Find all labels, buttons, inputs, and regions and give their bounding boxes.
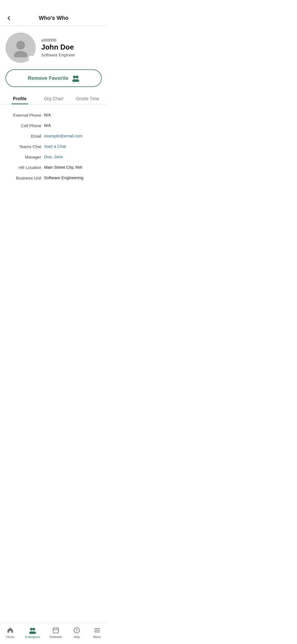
business-unit-label: Business Unit: [6, 175, 41, 180]
teams-chat-label: Teams Chat: [6, 144, 41, 149]
svg-point-2: [73, 75, 76, 78]
hr-location-label: HR Location: [6, 165, 41, 170]
remove-favorite-button[interactable]: Remove Favorite: [6, 69, 102, 87]
hr-location-value: Main Street City, NW: [44, 165, 102, 170]
svg-point-3: [76, 75, 79, 78]
tab-org-chart[interactable]: Org Chart: [37, 92, 70, 104]
svg-point-1: [14, 51, 28, 57]
manager-label: Manager: [6, 154, 41, 159]
tab-bar: Profile Org Chart Onsite Time: [0, 92, 107, 104]
field-manager: Manager Doe, Jane: [6, 152, 102, 162]
remove-favorite-label: Remove Favorite: [28, 75, 68, 81]
svg-point-5: [75, 79, 79, 82]
back-button[interactable]: [4, 14, 13, 23]
profile-section: a999999 John Doe Software Engineer: [0, 26, 107, 68]
field-cell-phone: Cell Phone N/A: [6, 120, 102, 131]
avatar-person-icon: [11, 38, 30, 57]
favorite-people-icon: [72, 74, 79, 82]
header: Who's Who: [0, 0, 107, 26]
favorite-button-container: Remove Favorite: [0, 68, 107, 92]
tab-onsite-time[interactable]: Onsite Time: [71, 92, 105, 104]
back-arrow-icon: [6, 15, 12, 21]
external-phone-label: External Phone: [6, 113, 41, 118]
field-business-unit: Business Unit Software Engineering: [6, 173, 102, 183]
svg-point-0: [16, 41, 25, 50]
field-email: Email example@email.com: [6, 131, 102, 141]
email-value[interactable]: example@email.com: [44, 133, 102, 138]
main-content: a999999 John Doe Software Engineer Remov…: [0, 26, 107, 211]
field-hr-location: HR Location Main Street City, NW: [6, 162, 102, 173]
cell-phone-value: N/A: [44, 123, 102, 128]
profile-info: a999999 John Doe Software Engineer: [41, 38, 75, 57]
tab-profile[interactable]: Profile: [3, 92, 37, 104]
start-chat-link[interactable]: Start a Chat: [44, 144, 102, 149]
cell-phone-label: Cell Phone: [6, 123, 41, 128]
employee-id: a999999: [41, 38, 75, 42]
page-title: Who's Who: [39, 15, 68, 21]
field-external-phone: External Phone N/A: [6, 110, 102, 120]
status-indicator: [29, 56, 34, 61]
external-phone-value: N/A: [44, 113, 102, 117]
employee-name: John Doe: [41, 43, 75, 51]
avatar-container: [6, 32, 36, 63]
field-teams-chat: Teams Chat Start a Chat: [6, 141, 102, 152]
employee-job-title: Software Engineer: [41, 53, 75, 57]
profile-fields: External Phone N/A Cell Phone N/A Email …: [0, 104, 107, 189]
manager-value[interactable]: Doe, Jane: [44, 154, 102, 159]
business-unit-value: Software Engineering: [44, 175, 102, 180]
email-label: Email: [6, 133, 41, 138]
